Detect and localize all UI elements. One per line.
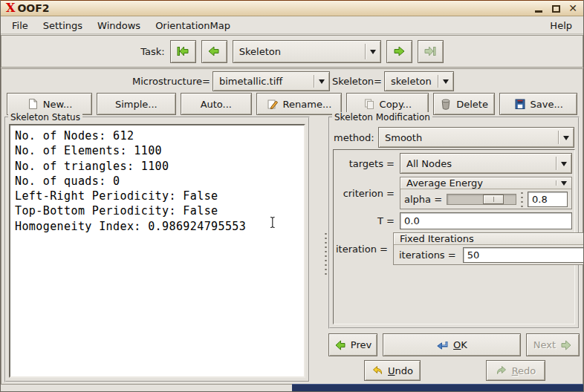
alpha-row: alpha = <box>400 189 571 209</box>
alpha-resize-handle[interactable] <box>520 191 524 207</box>
close-button[interactable]: ✕ <box>568 4 578 13</box>
undo-button[interactable]: Undo <box>364 360 421 381</box>
skeleton-modification-title: Skeleton Modification <box>332 112 432 122</box>
ok-button[interactable]: OK <box>383 333 521 356</box>
trash-icon <box>440 98 452 110</box>
iteration-value: Fixed Iterations <box>394 233 584 244</box>
status-line: No. of Elements: 1100 <box>15 143 299 158</box>
nav-row: Prev OK Next <box>328 333 580 356</box>
iteration-row: iteration = Fixed Iterations iterations … <box>336 232 572 265</box>
microstructure-label: Microstructure= <box>130 76 212 87</box>
delete-button[interactable]: Delete <box>433 93 496 115</box>
skeleton-label: Skeleton= <box>330 76 384 87</box>
simple-button[interactable]: Simple... <box>97 93 176 115</box>
copy-icon <box>363 98 375 110</box>
new-document-icon <box>27 98 39 110</box>
t-input[interactable] <box>400 212 572 229</box>
status-line: No. of quads: 0 <box>15 174 299 189</box>
skeleton-status-title: Skeleton Status <box>8 112 82 122</box>
activity-indicator <box>292 384 583 391</box>
rename-pencil-icon <box>267 98 279 110</box>
menu-file[interactable]: File <box>4 18 36 33</box>
iterations-input[interactable] <box>463 247 584 263</box>
titlebar[interactable]: X OOF2 ✕ <box>1 0 583 16</box>
panels-row: Skeleton Status No. of Nodes: 612 No. of… <box>4 117 580 382</box>
method-value: Smooth <box>379 132 558 143</box>
t-label: T = <box>336 215 400 226</box>
x11-logo-icon: X <box>6 2 15 14</box>
first-task-button[interactable] <box>170 40 196 63</box>
menubar: File Settings Windows OrientationMap Hel… <box>1 17 583 34</box>
maximize-icon <box>552 5 560 13</box>
skeleton-status-text[interactable]: No. of Nodes: 612 No. of Elements: 1100 … <box>9 124 305 378</box>
forward-arrow-icon <box>392 45 406 57</box>
modification-column: Skeleton Modification method: Smooth tar… <box>328 117 580 382</box>
method-row: method: Smooth <box>334 127 574 148</box>
minimize-icon <box>535 10 542 13</box>
criterion-group: Average Energy alpha = <box>400 177 572 209</box>
back-task-button[interactable] <box>201 40 227 63</box>
criterion-value: Average Energy <box>400 177 556 189</box>
chevron-down-icon <box>561 181 567 189</box>
auto-button[interactable]: Auto... <box>181 93 252 115</box>
microstructure-value: bimetallic.tiff <box>213 76 314 87</box>
temperature-row: T = <box>336 212 572 229</box>
iteration-label: iteration = <box>336 244 393 255</box>
alpha-slider[interactable] <box>447 194 516 205</box>
back-arrow-icon <box>207 45 221 57</box>
rename-button[interactable]: Rename... <box>256 93 342 115</box>
alpha-input[interactable] <box>528 192 568 207</box>
menu-settings[interactable]: Settings <box>36 18 90 33</box>
redo-button: Redo <box>486 360 545 381</box>
task-toolbar: Task: Skeleton <box>1 35 583 68</box>
alpha-slider-handle[interactable] <box>483 195 504 204</box>
bottom-strip <box>1 384 583 391</box>
iteration-select[interactable]: Fixed Iterations <box>394 233 584 245</box>
skeleton-modification-frame: Skeleton Modification method: Smooth tar… <box>328 117 580 329</box>
skeleton-select[interactable]: skeleton <box>384 71 454 91</box>
next-arrow-icon-disabled <box>560 339 572 351</box>
targets-row: targets = All Nodes <box>336 153 572 174</box>
paned-resize-handle[interactable] <box>324 232 328 278</box>
method-label: method: <box>334 132 378 143</box>
iteration-group: Fixed Iterations iterations = <box>393 232 584 265</box>
targets-label: targets = <box>336 158 400 169</box>
context-row: Microstructure= bimetallic.tiff Skeleton… <box>1 71 583 91</box>
task-label: Task: <box>140 46 164 57</box>
main-panel: Microstructure= bimetallic.tiff Skeleton… <box>1 68 583 385</box>
forward-task-button[interactable] <box>386 40 412 63</box>
targets-value: All Nodes <box>400 158 556 169</box>
targets-select[interactable]: All Nodes <box>400 153 572 174</box>
minimize-button[interactable] <box>533 4 544 13</box>
menu-orientationmap[interactable]: OrientationMap <box>148 18 238 33</box>
alpha-label: alpha = <box>404 194 443 205</box>
undo-arrow-icon <box>372 365 383 376</box>
status-line: No. of triangles: 1100 <box>15 159 299 174</box>
status-line: Homogeneity Index: 0.986924795553 <box>15 219 299 234</box>
bottom-strip-left <box>1 384 292 391</box>
first-arrow-icon <box>176 45 189 57</box>
window-title: OOF2 <box>17 2 49 14</box>
prev-button[interactable]: Prev <box>328 333 377 356</box>
chevron-down-icon <box>370 50 376 57</box>
last-arrow-icon-disabled <box>424 45 437 57</box>
iterations-subrow: iterations = <box>394 245 584 264</box>
task-select[interactable]: Skeleton <box>233 40 381 63</box>
criterion-row: criterion = Average Energy alpha = <box>336 177 572 209</box>
window-controls: ✕ <box>533 4 578 13</box>
method-select[interactable]: Smooth <box>378 127 574 148</box>
chevron-down-icon <box>319 79 325 87</box>
criterion-select[interactable]: Average Energy <box>400 177 571 189</box>
microstructure-select[interactable]: bimetallic.tiff <box>212 71 330 91</box>
save-button[interactable]: Save... <box>499 93 577 115</box>
oof2-window: { "window": { "title": "OOF2" }, "menuba… <box>0 0 584 392</box>
ok-enter-arrow-icon <box>436 339 449 351</box>
ibeam-cursor-icon <box>269 216 276 232</box>
menu-help[interactable]: Help <box>542 18 580 33</box>
menu-windows[interactable]: Windows <box>90 18 148 33</box>
iterations-label: iterations = <box>398 249 459 261</box>
status-line: Top-Bottom Periodicity: False <box>15 203 299 218</box>
save-floppy-icon <box>514 98 526 110</box>
modification-body: targets = All Nodes criterion = Average … <box>333 149 575 324</box>
maximize-button[interactable] <box>551 4 561 13</box>
